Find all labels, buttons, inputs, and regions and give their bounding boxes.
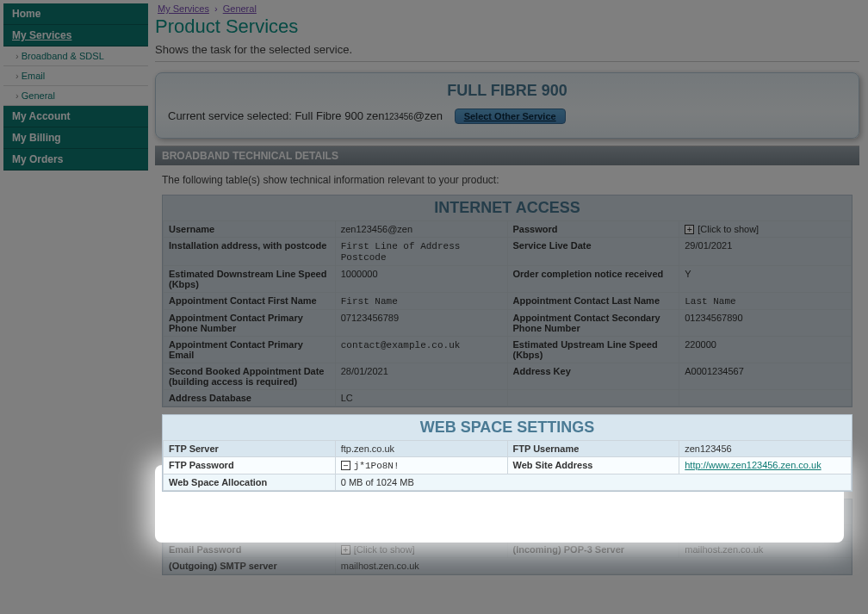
- email-password-toggle[interactable]: +[Click to show]: [335, 542, 507, 558]
- section-bar: BROADBAND TECHNICAL DETAILS: [155, 146, 859, 165]
- service-line: Current service selected: Full Fibre 900…: [168, 109, 846, 124]
- internet-label: Order completion notice received: [507, 266, 679, 293]
- sidebar-my-orders[interactable]: My Orders: [3, 149, 148, 171]
- breadcrumb-sep: ›: [214, 3, 218, 14]
- expand-icon[interactable]: +: [685, 225, 694, 234]
- page-subtitle: Shows the task for the selected service.: [155, 43, 859, 62]
- breadcrumb: My Services › General: [155, 3, 859, 14]
- sidebar-sub-general[interactable]: General: [3, 86, 148, 106]
- internet-label: [507, 390, 679, 406]
- select-other-service-button[interactable]: Select Other Service: [455, 109, 566, 124]
- breadcrumb-general[interactable]: General: [223, 3, 257, 14]
- sidebar-sub-email[interactable]: Email: [3, 66, 148, 86]
- expand-icon[interactable]: +: [341, 545, 350, 555]
- internet-value: Last Name: [679, 293, 852, 310]
- internet-value: A0001234567: [679, 363, 852, 390]
- service-box: FULL FIBRE 900 Current service selected:…: [155, 72, 859, 139]
- ftp-server-label: FTP Server: [164, 441, 336, 457]
- breadcrumb-my-services[interactable]: My Services: [158, 3, 209, 14]
- email-address-label: Email Address: [164, 525, 336, 542]
- internet-label: Address Key: [507, 363, 679, 390]
- sidebar: Home My Services Broadband & SDSL Email …: [0, 0, 148, 582]
- service-title: FULL FIBRE 900: [168, 82, 846, 100]
- web-space-alloc-label: Web Space Allocation: [164, 474, 336, 491]
- internet-label: Appointment Contact Last Name: [507, 293, 679, 310]
- web-space-block: WEB SPACE SETTINGS FTP Server ftp.zen.co…: [162, 414, 852, 492]
- internet-label: Address Database: [164, 390, 336, 406]
- email-username-value: zen: [679, 525, 852, 542]
- internet-access-block: INTERNET ACCESS Usernamezen123456@zenPas…: [162, 195, 852, 407]
- internet-value: LC: [335, 390, 507, 406]
- internet-value: 07123456789: [335, 310, 507, 337]
- ftp-server-value: ftp.zen.co.uk: [335, 441, 507, 457]
- email-password-label: Email Password: [164, 542, 336, 558]
- internet-value: 28/01/2021: [335, 363, 507, 390]
- ftp-username-label: FTP Username: [507, 441, 679, 457]
- internet-value: Y: [679, 266, 852, 293]
- email-settings-title: EMAIL SETTINGS: [163, 499, 852, 524]
- internet-access-title: INTERNET ACCESS: [163, 195, 852, 220]
- main-content: My Services › General Product Services S…: [148, 0, 868, 582]
- internet-label: Installation address, with postcode: [164, 238, 336, 266]
- ftp-password-label: FTP Password: [164, 457, 336, 474]
- internet-value[interactable]: +[Click to show]: [679, 221, 852, 238]
- email-username-label: Email Username: [507, 525, 679, 542]
- internet-value: contact@example.co.uk: [335, 337, 507, 363]
- internet-value: 220000: [679, 337, 852, 363]
- ftp-username-value: zen123456: [679, 441, 852, 457]
- sidebar-home[interactable]: Home: [3, 3, 148, 25]
- internet-value: First Line of Address Postcode: [335, 238, 507, 266]
- internet-label: Second Booked Appointment Date (building…: [164, 363, 336, 390]
- email-settings-block: EMAIL SETTINGS Email Address zen123456@z…: [162, 499, 852, 575]
- page-title: Product Services: [155, 16, 859, 38]
- email-address-link[interactable]: zen123456@zen.co.uk: [341, 528, 438, 538]
- internet-label: Username: [164, 221, 336, 238]
- ftp-password-value[interactable]: −j*1Po8N!: [335, 457, 507, 474]
- internet-label: Estimated Upstream Line Speed (Kbps): [507, 337, 679, 363]
- internet-label: Service Live Date: [507, 238, 679, 266]
- internet-value: zen123456@zen: [335, 221, 507, 238]
- web-space-title: WEB SPACE SETTINGS: [163, 415, 852, 440]
- smtp-value: mailhost.zen.co.uk: [335, 558, 851, 574]
- intro-text: The following table(s) show technical in…: [155, 174, 859, 195]
- website-address-label: Web Site Address: [507, 457, 679, 474]
- pop3-value: mailhost.zen.co.uk: [679, 542, 852, 558]
- internet-label: Password: [507, 221, 679, 238]
- sidebar-my-billing[interactable]: My Billing: [3, 127, 148, 149]
- internet-label: Appointment Contact First Name: [164, 293, 336, 310]
- internet-value: 1000000: [335, 266, 507, 293]
- sidebar-sub-broadband[interactable]: Broadband & SDSL: [3, 47, 148, 66]
- internet-label: Appointment Contact Primary Phone Number: [164, 310, 336, 337]
- internet-value: [679, 390, 852, 406]
- internet-value: 29/01/2021: [679, 238, 852, 266]
- internet-value: 01234567890: [679, 310, 852, 337]
- sidebar-my-services[interactable]: My Services: [3, 25, 148, 47]
- internet-label: Estimated Downstream Line Speed (Kbps): [164, 266, 336, 293]
- internet-label: Appointment Contact Secondary Phone Numb…: [507, 310, 679, 337]
- smtp-label: (Outgoing) SMTP server: [164, 558, 336, 574]
- web-space-alloc-value: 0 MB of 1024 MB: [335, 474, 851, 491]
- collapse-icon[interactable]: −: [341, 461, 350, 470]
- website-address-link[interactable]: http://www.zen123456.zen.co.uk: [685, 460, 821, 470]
- internet-value: First Name: [335, 293, 507, 310]
- pop3-label: (Incoming) POP-3 Server: [507, 542, 679, 558]
- internet-label: Appointment Contact Primary Email: [164, 337, 336, 363]
- sidebar-my-account[interactable]: My Account: [3, 106, 148, 127]
